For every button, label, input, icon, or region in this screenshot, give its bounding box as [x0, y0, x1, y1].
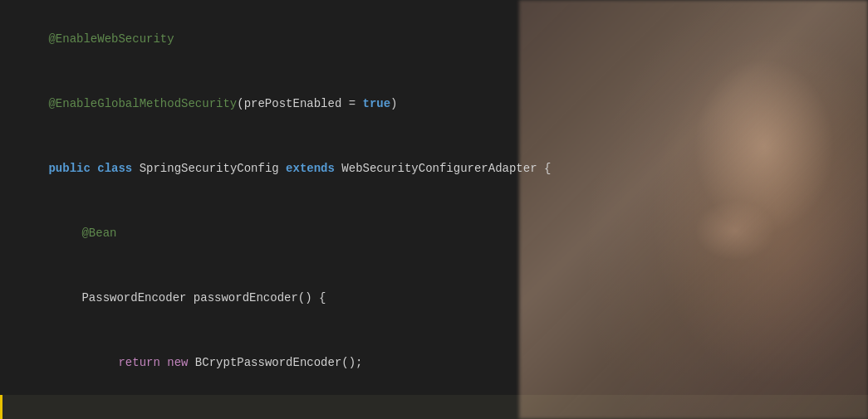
annotation: @EnableGlobalMethodSecurity: [48, 97, 237, 110]
code-editor: @EnableWebSecurity @EnableGlobalMethodSe…: [0, 0, 868, 419]
code-line-1: @EnableWebSecurity: [0, 7, 868, 71]
code-line-5: PasswordEncoder passwordEncoder() {: [0, 266, 868, 330]
code-line-4: @Bean: [0, 201, 868, 266]
annotation: @Bean: [81, 227, 116, 240]
code-line-2: @EnableGlobalMethodSecurity(prePostEnabl…: [0, 71, 868, 136]
code-line-3: public class SpringSecurityConfig extend…: [0, 136, 868, 201]
annotation: @EnableWebSecurity: [48, 32, 174, 46]
code-line-7: }: [0, 395, 868, 419]
code-line-6: return new BCryptPasswordEncoder();: [0, 330, 868, 395]
